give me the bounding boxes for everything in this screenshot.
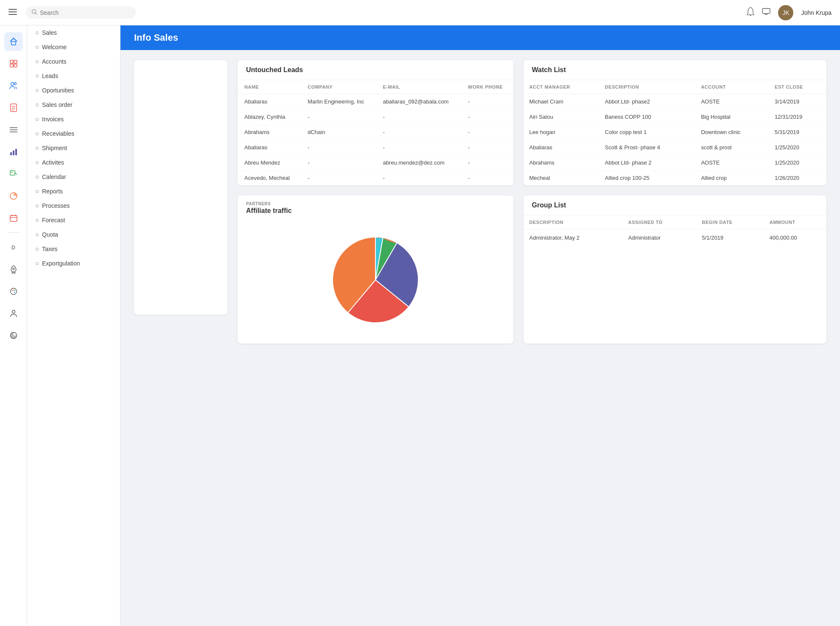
sidebar-icon-team[interactable] — [4, 304, 23, 323]
leads-table-row[interactable]: AbrahamsdChain-- — [238, 125, 513, 140]
notification-icon[interactable] — [747, 7, 754, 18]
watch-table-row[interactable]: AbrahamsAbbot Ltd- phase 2AOSTE1/25/2020 — [524, 155, 826, 170]
search-bar[interactable] — [25, 6, 136, 19]
watch-account: AOSTE — [695, 94, 769, 109]
sidebar-item-receviables[interactable]: Receviables — [27, 126, 120, 141]
sidebar-item-oportunities[interactable]: Oportunities — [27, 83, 120, 98]
svg-rect-2 — [8, 14, 17, 15]
watch-description[interactable]: Allied crop 100-25 — [599, 170, 695, 186]
nav-item-label: Processes — [42, 202, 70, 209]
nav-bullet — [36, 248, 39, 251]
svg-point-3 — [32, 10, 36, 14]
leads-cell: Marlin Engineering, Inc — [301, 94, 376, 109]
watch-table-row[interactable]: Michael CramAbbot Ltd- phase2AOSTE3/14/2… — [524, 94, 826, 109]
group-description[interactable]: Administrator, May 2 — [524, 229, 622, 246]
nav-bullet — [36, 147, 39, 150]
leads-cell: - — [376, 170, 461, 186]
sidebar-icon-document[interactable] — [4, 98, 23, 117]
untouched-leads-widget: Untouched Leads NAMECOMPANYE-MAILWORK PH… — [238, 60, 513, 185]
watch-description[interactable]: Scott & Prost- phase 4 — [599, 140, 695, 155]
watch-table-header: ACCT MANAGERDESCRIPTIONACCOUNTEST CLOSE — [524, 80, 826, 94]
leads-table-row[interactable]: Abaliaras--- — [238, 140, 513, 155]
watch-table-row[interactable]: MechealAllied crop 100-25Allied crop1/26… — [524, 170, 826, 186]
sidebar-icon-list[interactable] — [4, 120, 23, 139]
watch-description[interactable]: Abbot Ltd- phase 2 — [599, 155, 695, 170]
sidebar-item-sales-order[interactable]: Sales order — [27, 98, 120, 112]
left-panel-card — [134, 60, 227, 315]
watch-table-row[interactable]: AbaliarasScott & Prost- phase 4scott & p… — [524, 140, 826, 155]
leads-cell: Ablazey, Cynthia — [238, 109, 301, 125]
avatar[interactable]: JK — [778, 5, 793, 20]
leads-col-header: NAME — [238, 80, 301, 94]
leads-table-row[interactable]: Abreu Mendez-abreu.mendez@dez.com- — [238, 155, 513, 170]
watch-close-date: 1/26/2020 — [769, 170, 826, 186]
sidebar-item-leads[interactable]: Leads — [27, 69, 120, 83]
content-area: Untouched Leads NAMECOMPANYE-MAILWORK PH… — [120, 50, 840, 354]
sidebar-icon-bar-chart[interactable] — [4, 143, 23, 161]
watch-table-row[interactable]: Lee hoganColor copp test 1Downtown clini… — [524, 125, 826, 140]
sidebar-icon-pie2[interactable] — [4, 326, 23, 345]
group-col-header: BEGIN DATE — [696, 215, 764, 229]
sidebar-icon-pie[interactable] — [4, 187, 23, 205]
leads-cell: - — [376, 125, 461, 140]
nav-item-label: Sales — [42, 29, 57, 36]
affiliate-title: Affiliate traffic — [238, 206, 513, 221]
sidebar-icon-d[interactable]: D — [4, 238, 23, 257]
menu-icon[interactable] — [8, 8, 17, 17]
sidebar-item-shipment[interactable]: Shipment — [27, 141, 120, 155]
svg-rect-26 — [10, 170, 15, 175]
search-input[interactable] — [40, 9, 125, 16]
leads-cell: Acevedo, Mecheal — [238, 170, 301, 186]
sidebar-item-exportgulation[interactable]: Exportgulation — [27, 256, 120, 271]
sidebar-item-taxes[interactable]: Taxes — [27, 242, 120, 256]
sidebar-item-calendar[interactable]: Calendar — [27, 170, 120, 184]
leads-cell: - — [376, 140, 461, 155]
topbar: JK John Krupa — [0, 0, 840, 25]
sidebar-icon-tag[interactable] — [4, 165, 23, 183]
watch-description[interactable]: Color copp test 1 — [599, 125, 695, 140]
watch-description[interactable]: Baness COPP 100 — [599, 109, 695, 125]
leads-table-row[interactable]: Ablazey, Cynthia--- — [238, 109, 513, 125]
svg-point-39 — [14, 292, 15, 293]
svg-rect-25 — [15, 149, 17, 155]
sidebar-item-activites[interactable]: Activites — [27, 155, 120, 170]
nav-sidebar: SalesWelcomeAccountsLeadsOportunitiesSal… — [27, 25, 120, 626]
leads-table-row[interactable]: Acevedo, Mecheal--- — [238, 170, 513, 186]
watch-manager: Abrahams — [524, 155, 599, 170]
sidebar-item-invoices[interactable]: Invoices — [27, 112, 120, 126]
sidebar-item-accounts[interactable]: Accounts — [27, 54, 120, 69]
screen-icon[interactable] — [762, 8, 770, 17]
svg-line-4 — [36, 13, 37, 15]
sidebar-item-reports[interactable]: Reports — [27, 184, 120, 198]
nav-bullet — [36, 219, 39, 222]
sidebar-item-quota[interactable]: Quota — [27, 227, 120, 242]
affiliate-widget: PARTNERS Affiliate traffic — [238, 196, 513, 344]
svg-rect-0 — [8, 9, 17, 10]
sidebar-icon-calendar[interactable] — [4, 209, 23, 227]
widgets-area: Untouched Leads NAMECOMPANYE-MAILWORK PH… — [238, 60, 826, 344]
sidebar-icon-palette[interactable] — [4, 282, 23, 301]
watch-manager: Airi Satou — [524, 109, 599, 125]
sidebar-item-sales[interactable]: Sales — [27, 25, 120, 40]
sidebar-icon-grid[interactable] — [4, 54, 23, 73]
watch-description[interactable]: Abbot Ltd- phase2 — [599, 94, 695, 109]
pie-chart — [325, 229, 426, 331]
sidebar-icon-home[interactable] — [4, 32, 23, 51]
group-list-title: Group List — [524, 196, 826, 215]
nav-item-label: Accounts — [42, 58, 67, 65]
watch-table-row[interactable]: Airi SatouBaness COPP 100Big Hospital12/… — [524, 109, 826, 125]
sidebar-item-forecast[interactable]: Forecast — [27, 213, 120, 227]
sidebar-item-processes[interactable]: Processes — [27, 198, 120, 213]
nav-bullet — [36, 262, 39, 265]
sidebar-icon-rocket[interactable] — [4, 260, 23, 279]
topbar-right: JK John Krupa — [747, 5, 832, 20]
group-table-row[interactable]: Administrator, May 2Administrator5/1/201… — [524, 229, 826, 246]
nav-item-label: Invoices — [42, 116, 64, 123]
watch-close-date: 1/25/2020 — [769, 140, 826, 155]
leads-cell: abreu.mendez@dez.com — [376, 155, 461, 170]
sidebar-icon-people[interactable] — [4, 76, 23, 95]
username-label: John Krupa — [801, 9, 832, 16]
sidebar-item-welcome[interactable]: Welcome — [27, 40, 120, 54]
leads-table-row[interactable]: AbaliarasMarlin Engineering, Incabaliara… — [238, 94, 513, 109]
svg-rect-24 — [13, 151, 14, 155]
